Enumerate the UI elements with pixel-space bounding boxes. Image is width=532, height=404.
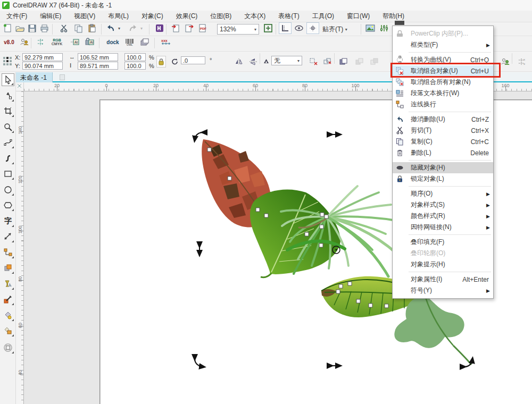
- undo-button[interactable]: [104, 22, 117, 34]
- barcode-macro-button[interactable]: OWL: [123, 36, 136, 48]
- redo-dropdown[interactable]: ▾: [138, 22, 145, 34]
- menu-item-symbol[interactable]: 符号(Y)▶: [393, 285, 493, 296]
- tool-transparency[interactable]: [2, 277, 14, 290]
- open-button[interactable]: [13, 22, 26, 34]
- rgb-cmyk-macro-button[interactable]: RGBCMYK: [49, 36, 65, 48]
- tool-zoom[interactable]: [2, 121, 14, 133]
- tool-crop[interactable]: [2, 105, 14, 117]
- save-button[interactable]: [26, 22, 38, 34]
- menu-item-delete[interactable]: 删除(L)Delete: [393, 147, 493, 158]
- green-serrated-leaf[interactable]: [250, 189, 340, 277]
- menu-help[interactable]: 帮助(H): [376, 11, 411, 22]
- outline-width-combobox[interactable]: 无▾: [271, 56, 302, 65]
- options-sliders-button[interactable]: [378, 22, 390, 34]
- import-button[interactable]: [169, 22, 182, 34]
- tool-ellipse[interactable]: [2, 183, 14, 196]
- y-position-field[interactable]: 90.074 mm: [22, 62, 63, 70]
- menu-item-cut[interactable]: 剪切(T)Ctrl+X: [393, 125, 493, 136]
- object-height-field[interactable]: 89.571 mm: [78, 62, 118, 70]
- menu-item-copy[interactable]: 复制(C)Ctrl+C: [393, 136, 493, 147]
- mirror-vertical-button[interactable]: [247, 56, 260, 68]
- tool-drop-shadow[interactable]: [2, 262, 14, 274]
- options-image-button[interactable]: [364, 22, 377, 34]
- menu-item-object-properties[interactable]: 对象属性(I)Alt+Enter: [393, 274, 493, 285]
- fit-page-button[interactable]: [262, 22, 275, 34]
- rotation-angle-field[interactable]: .0: [181, 56, 205, 64]
- document-tab-active[interactable]: 未命名 -1: [16, 72, 53, 82]
- ungroup-prop-button[interactable]: [307, 56, 320, 68]
- tool-interactive-fill[interactable]: [2, 309, 14, 322]
- dimension-right-icon[interactable]: xx: [515, 56, 528, 68]
- menu-item-frame-type[interactable]: 框类型(F)▶: [393, 39, 493, 50]
- ai-export-macro-button[interactable]: Ai: [68, 36, 81, 48]
- dock-macro-button[interactable]: dock: [104, 36, 121, 48]
- menu-item-paragraph-wrap[interactable]: 段落文本换行(W): [393, 88, 493, 99]
- tool-rectangle[interactable]: [2, 167, 14, 180]
- menu-bitmaps[interactable]: 位图(B): [204, 11, 238, 22]
- publish-pdf-button[interactable]: PDF: [196, 22, 209, 34]
- menu-effects[interactable]: 效果(C): [170, 11, 204, 22]
- ruler-origin-button[interactable]: [16, 82, 24, 91]
- menu-file[interactable]: 文件(F): [0, 11, 34, 22]
- snap-to-dropdown[interactable]: 贴齐(T) ▾: [320, 24, 350, 35]
- menu-item-order[interactable]: 顺序(O)▶: [393, 188, 493, 199]
- tool-smart-fill[interactable]: [2, 324, 14, 337]
- dimension-macro-button[interactable]: [34, 36, 47, 48]
- undo-dropdown[interactable]: ▾: [116, 22, 122, 34]
- x-position-field[interactable]: 92.279 mm: [22, 53, 63, 61]
- menu-item-lock-object[interactable]: 锁定对象(L): [393, 173, 493, 184]
- application-launcher-button[interactable]: [153, 22, 166, 34]
- new-document-button[interactable]: [1, 22, 14, 34]
- scale-vertical-field[interactable]: 100.0: [124, 62, 146, 70]
- xxx-macro-button[interactable]: xxx: [159, 36, 174, 48]
- menu-edit[interactable]: 编辑(E): [34, 11, 68, 22]
- mirror-horizontal-button[interactable]: [233, 56, 246, 68]
- menu-item-color-styles[interactable]: 颜色样式(R)▶: [393, 211, 493, 222]
- tool-pick[interactable]: [2, 73, 14, 86]
- menu-view[interactable]: 视图(V): [68, 11, 102, 22]
- menu-tools[interactable]: 工具(O): [306, 11, 340, 22]
- tool-text[interactable]: 字: [2, 215, 14, 228]
- people-right-icon[interactable]: [499, 56, 512, 68]
- menu-item-object-hints[interactable]: 对象提示(H): [393, 259, 493, 270]
- tool-color-eyedropper[interactable]: [2, 293, 14, 306]
- combine-prop-button[interactable]: [321, 56, 334, 68]
- show-grid-toggle[interactable]: [293, 22, 305, 34]
- tool-connector[interactable]: [2, 246, 14, 259]
- print-button[interactable]: [38, 22, 51, 34]
- menu-window[interactable]: 窗口(W): [340, 11, 376, 22]
- cut-button[interactable]: [57, 22, 70, 34]
- paste-button[interactable]: [86, 22, 98, 34]
- menu-item-hide-object[interactable]: 隐藏对象(H): [393, 162, 493, 173]
- menu-item-internet-links[interactable]: 因特网链接(N)▶: [393, 222, 493, 233]
- order-prop-button[interactable]: [337, 56, 350, 68]
- zoom-level-combobox[interactable]: 132%▾: [217, 24, 259, 35]
- menu-item-undo-delete[interactable]: 撤消删除(U)Ctrl+Z: [393, 114, 493, 125]
- tool-freehand[interactable]: [2, 136, 14, 149]
- tool-artistic-media[interactable]: [2, 152, 14, 165]
- menu-item-convert-curves[interactable]: 转换为曲线(V)Ctrl+Q: [393, 54, 493, 65]
- people-macro-button[interactable]: [18, 36, 31, 48]
- copy-button[interactable]: [72, 22, 85, 34]
- menu-text[interactable]: 文本(X): [238, 11, 272, 22]
- menu-item-overprint-fill[interactable]: 叠印填充(F): [393, 237, 493, 248]
- vertical-ruler[interactable]: 140 120 100 80 60 40: [16, 91, 24, 404]
- new-tab-icon[interactable]: [60, 74, 65, 80]
- layers-macro-button[interactable]: [138, 36, 151, 48]
- lock-ratio-button[interactable]: [156, 56, 166, 68]
- menu-object[interactable]: 对象(C): [135, 11, 170, 22]
- menu-layout[interactable]: 布局(L): [102, 11, 135, 22]
- ai-lock-macro-button[interactable]: Ai: [83, 36, 96, 48]
- object-width-field[interactable]: 106.52 mm: [78, 53, 118, 61]
- show-rulers-toggle[interactable]: [279, 22, 292, 34]
- menu-table[interactable]: 表格(T): [272, 11, 305, 22]
- export-button[interactable]: [183, 22, 196, 34]
- tool-outline[interactable]: [2, 341, 14, 354]
- tool-polygon[interactable]: [2, 199, 14, 212]
- tool-shape[interactable]: [2, 89, 14, 102]
- snap-toggle[interactable]: [306, 22, 319, 34]
- redo-button[interactable]: [127, 22, 139, 34]
- scale-horizontal-field[interactable]: 100.0: [124, 53, 146, 61]
- tool-parallel-dimension[interactable]: [2, 230, 14, 243]
- menu-item-ungroup-all[interactable]: 取消组合所有对象(N): [393, 77, 493, 88]
